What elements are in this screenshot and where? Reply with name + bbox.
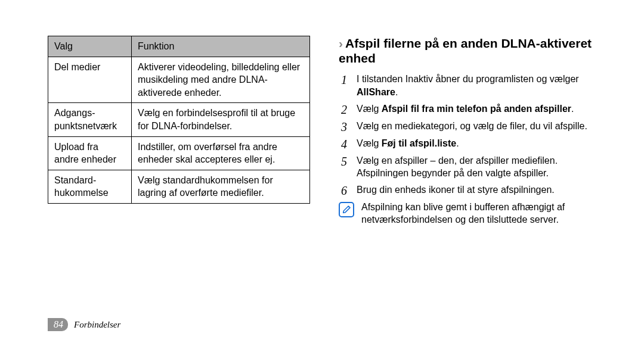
step-text: Brug din enheds ikoner til at styre afsp…: [357, 183, 608, 197]
step-text: I tilstanden Inaktiv åbner du programlis…: [357, 73, 608, 98]
table-row: Adgangs­punktsnetværk Vælg en forbindels…: [48, 103, 310, 136]
step-number: 5: [339, 154, 349, 168]
section-heading: ›Afspil filerne på en anden DLNA-aktiver…: [339, 36, 608, 66]
options-table: Valg Funktion Del medier Aktiverer video…: [48, 36, 310, 204]
step-number: 4: [339, 137, 349, 151]
page-container: Valg Funktion Del medier Aktiverer video…: [0, 0, 644, 349]
page-number: 84: [48, 318, 68, 331]
step-number: 3: [339, 120, 349, 133]
table-cell: Aktiverer videodeling, billeddeling elle…: [132, 57, 310, 103]
table-cell: Adgangs­punktsnetværk: [48, 103, 132, 136]
table-row: Del medier Aktiverer videodeling, billed…: [48, 57, 310, 103]
step-item: 3 Vælg en mediekategori, og vælg de file…: [339, 120, 608, 133]
step-item: 4 Vælg Føj til afspil.liste.: [339, 137, 608, 151]
table-cell: Standard­hukommelse: [48, 170, 132, 203]
note-icon: [339, 202, 354, 217]
table-cell: Del medier: [48, 57, 132, 103]
step-item: 5 Vælg en afspiller – den, der afspiller…: [339, 154, 608, 180]
right-column: ›Afspil filerne på en anden DLNA-aktiver…: [339, 36, 608, 349]
table-header-function: Funktion: [132, 36, 310, 57]
note-block: Afspilning kan blive gemt i bufferen afh…: [339, 201, 608, 226]
step-text: Vælg Afspil fil fra min telefon på anden…: [357, 102, 608, 116]
section-name: Forbindelser: [74, 320, 120, 330]
page-footer: 84 Forbindelser: [48, 318, 120, 331]
step-item: 6 Brug din enheds ikoner til at styre af…: [339, 183, 608, 197]
step-item: 2 Vælg Afspil fil fra min telefon på and…: [339, 102, 608, 116]
table-cell: Indstiller, om overførsel fra andre enhe…: [132, 136, 310, 170]
step-text: Vælg en afspiller – den, der afspiller m…: [357, 154, 608, 180]
steps-list: 1 I tilstanden Inaktiv åbner du programl…: [339, 73, 608, 197]
step-item: 1 I tilstanden Inaktiv åbner du programl…: [339, 73, 608, 98]
step-number: 6: [339, 183, 349, 197]
table-header-option: Valg: [48, 36, 132, 57]
note-text: Afspilning kan blive gemt i bufferen afh…: [361, 201, 608, 226]
table-row: Upload fra andre enheder Indstiller, om …: [48, 136, 310, 170]
step-text: Vælg Føj til afspil.liste.: [357, 137, 608, 150]
table-cell: Vælg en forbindelsesprofil til at bruge …: [132, 103, 310, 136]
table-cell: Upload fra andre enheder: [48, 136, 132, 170]
left-column: Valg Funktion Del medier Aktiverer video…: [48, 36, 310, 349]
chevron-right-icon: ›: [339, 36, 343, 50]
step-number: 2: [339, 102, 349, 116]
step-number: 1: [339, 73, 349, 86]
table-row: Standard­hukommelse Vælg standardhukomme…: [48, 170, 310, 203]
table-cell: Vælg standardhukommelsen for lagring af …: [132, 170, 310, 203]
heading-text: Afspil filerne på en anden DLNA-aktivere…: [339, 36, 592, 65]
step-text: Vælg en mediekategori, og vælg de filer,…: [357, 120, 608, 133]
